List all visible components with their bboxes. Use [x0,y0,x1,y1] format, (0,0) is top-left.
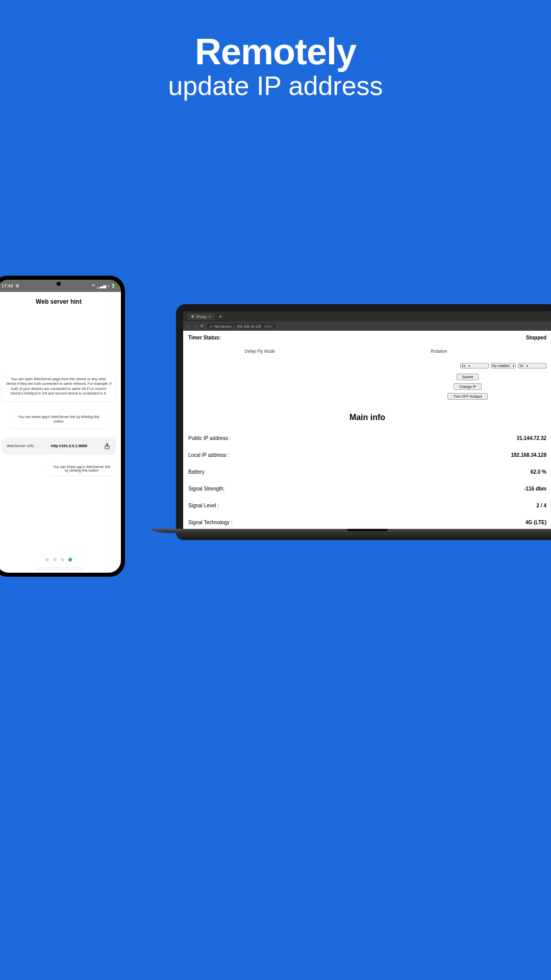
timer-status-value: Stopped [526,335,546,340]
rotation-header: Rotation [332,349,546,354]
info-row: Public IP address :31.144.72.32 [188,435,546,441]
laptop-screen-frame: ◐ iProxy × + ← → ⟳ △ Not secure | 192.16… [176,304,551,529]
promo-header: Remotely update IP address [0,0,551,101]
laptop-screen: ◐ iProxy × + ← → ⟳ △ Not secure | 192.16… [183,311,551,529]
main-info-heading: Main info [188,413,546,422]
change-ip-button[interactable]: Change IP [454,383,482,390]
info-row: Battery62.0 % [188,469,546,475]
phone-page-title: Web server hint [0,298,118,305]
webpage-body: Timer Status: Stopped Delay Fly Mode Rot… [183,331,551,529]
delay-select[interactable]: 1s [460,363,489,369]
info-label: Public IP address : [188,435,231,441]
browser-tab-bar: ◐ iProxy × + [183,311,551,322]
info-value: 4G (LTE) [525,520,546,525]
info-row: Signal Technology :4G (LTE) [188,520,546,525]
laptop-notch [347,529,388,531]
page-dot-4[interactable] [68,558,72,561]
column-headers: Delay Fly Mode Rotation [188,349,546,354]
promo-subtitle: update IP address [0,70,551,101]
phone-time: 17:49 [2,283,13,288]
info-label: Signal Technology : [188,520,233,525]
info-row: Signal Strength:-116 dbm [188,486,546,492]
address-bar[interactable]: △ Not secure | 192.168.34.128:8080 [207,324,276,329]
submit-button[interactable]: Submit [457,374,479,380]
page-dot-3[interactable] [61,558,64,561]
page-dot-1[interactable] [45,558,49,561]
timer-status-row: Timer Status: Stopped [188,335,546,340]
hint-text-3: You can share app's WebServer link by cl… [53,465,110,472]
webserver-url-row[interactable]: WebServer URL http://191.0.0.1:8080 [2,437,116,455]
info-label: Local IP address : [188,452,229,458]
hint-text-1: You can open WebServer page from this de… [6,377,111,395]
phone-network-icons: ⁴ᴳ ▁▃▅ ⏦ 🔋 [92,284,116,288]
info-value: 62.0 % [531,469,546,475]
laptop-mockup: ◐ iProxy × + ← → ⟳ △ Not secure | 192.16… [176,304,551,540]
browser-tab[interactable]: ◐ iProxy × [187,313,215,320]
info-row: Signal Level :2 / 4 [188,503,546,508]
page-indicator[interactable] [45,558,72,561]
interval-select[interactable]: 1h [518,363,546,369]
webserver-url-label: WebServer URL [7,444,34,448]
info-label: Signal Strength: [188,486,224,492]
phone-status-bar: 17:49 ⚙ ⁴ᴳ ▁▃▅ ⏦ 🔋 [0,280,121,292]
url-port: :8080 [263,325,272,328]
info-value: 192.168.34.128 [511,452,546,458]
info-label: Battery [188,469,205,475]
info-row: Local IP address :192.168.34.128 [188,452,546,458]
reload-icon[interactable]: ⟳ [201,324,204,328]
close-icon[interactable]: × [208,314,211,319]
promo-title: Remotely [0,31,551,72]
hint-bubble-3: You can share app's WebServer link by cl… [48,462,115,475]
laptop-base [176,529,551,540]
phone-content: Web server hint You can open WebServer p… [0,292,121,481]
rotation-select[interactable]: No rotation [491,363,516,369]
webserver-url-value: http://191.0.0.1:8080 [51,444,87,448]
tab-favicon-icon: ◐ [191,314,194,318]
browser-tab-title: iProxy [196,315,206,318]
phone-camera-dot [57,282,61,286]
info-label: Signal Level : [188,503,219,508]
info-rows: Public IP address :31.144.72.32Local IP … [188,435,546,525]
turn-off-hotspot-button[interactable]: Turn OFF Hotspot [447,393,487,400]
browser-url-bar: ← → ⟳ △ Not secure | 192.168.34.128:8080 [183,322,551,331]
not-secure-icon: △ [210,324,212,328]
forward-icon[interactable]: → [194,325,197,328]
page-dot-2[interactable] [53,558,57,561]
button-column: Submit Change IP Turn OFF Hotspot [389,374,546,400]
hint-card-2: You can share app's WebServer link by cl… [9,410,109,428]
hint-card-1: You can open WebServer page from this de… [2,372,116,401]
not-secure-label: Not secure [214,325,232,328]
new-tab-icon[interactable]: + [219,314,222,320]
phone-status-icon: ⚙ [15,283,19,288]
timer-status-label: Timer Status: [188,335,221,340]
hint-text-2: You can share app's WebServer link by cl… [18,415,99,423]
select-controls-row: 1s No rotation 1h [188,363,546,369]
phone-screen: 17:49 ⚙ ⁴ᴳ ▁▃▅ ⏦ 🔋 Web server hint You c… [0,280,121,573]
home-indicator[interactable] [36,568,82,570]
share-icon[interactable] [104,443,111,450]
info-value: -116 dbm [524,486,546,492]
delay-header: Delay Fly Mode [188,349,332,354]
info-value: 31.144.72.32 [517,435,546,441]
url-host: 192.168.34.128 [237,325,262,328]
phone-mockup: 17:49 ⚙ ⁴ᴳ ▁▃▅ ⏦ 🔋 Web server hint You c… [0,276,125,577]
back-icon[interactable]: ← [187,325,191,328]
info-value: 2 / 4 [537,503,546,508]
